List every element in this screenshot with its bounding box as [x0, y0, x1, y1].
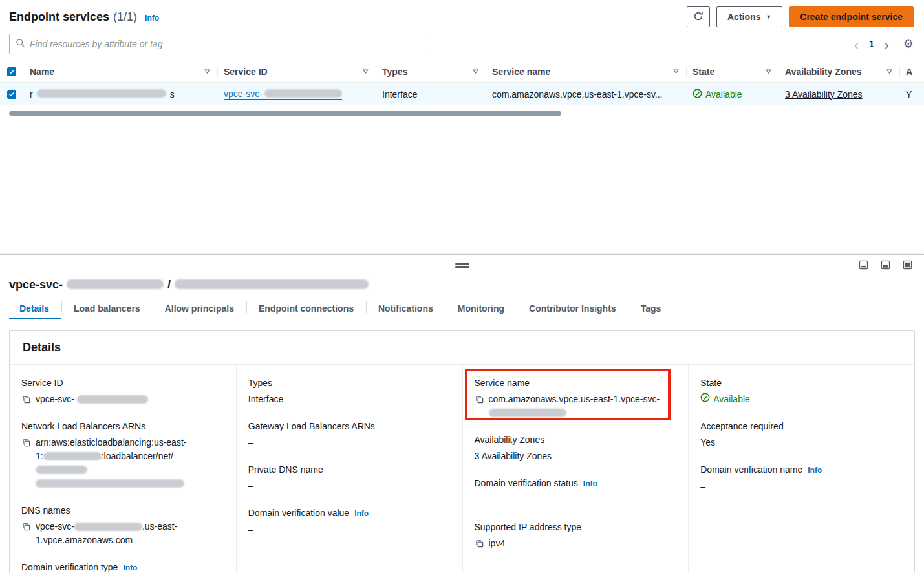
- search-icon: [16, 38, 25, 50]
- cell-service-id: vpce-svc-: [217, 83, 376, 105]
- endpoint-services-list-section: Endpoint services (1/1) Info Actions ▼ C…: [0, 0, 924, 254]
- details-column-4: State Available Acceptance required Yes: [688, 365, 914, 573]
- field-state: State Available: [700, 376, 901, 406]
- horizontal-scrollbar: [9, 111, 915, 116]
- redacted-text: [67, 279, 164, 289]
- field-domain-verification-type: Domain verification typeInfo –: [21, 561, 223, 573]
- split-panel-tabs: Details Load balancers Allow principals …: [0, 298, 924, 319]
- field-supported-ip-type: Supported IP address type ipv4: [475, 521, 676, 550]
- tab-allow-principals[interactable]: Allow principals: [153, 298, 246, 319]
- redacted-text: [74, 523, 142, 531]
- info-link[interactable]: Info: [808, 466, 822, 475]
- copy-icon[interactable]: [21, 438, 31, 448]
- search-input[interactable]: [30, 39, 423, 49]
- field-domain-verification-name: Domain verification nameInfo –: [700, 463, 901, 493]
- tab-endpoint-connections[interactable]: Endpoint connections: [246, 298, 366, 319]
- column-header-truncated[interactable]: A: [899, 61, 924, 82]
- redacted-text: [264, 89, 342, 98]
- status-badge: Available: [700, 393, 901, 406]
- row-checkbox[interactable]: [7, 90, 16, 99]
- field-service-name: Service name com.amazonaws.vpce.us-east-…: [475, 376, 676, 420]
- cell-availability-zones: 3 Availability Zones: [779, 83, 899, 105]
- tab-notifications[interactable]: Notifications: [366, 298, 446, 319]
- status-badge: Available: [693, 89, 742, 100]
- availability-zones-link[interactable]: 3 Availability Zones: [475, 451, 552, 461]
- refresh-button[interactable]: [687, 6, 710, 27]
- refresh-icon: [693, 11, 704, 23]
- chevron-down-icon: ▼: [766, 14, 771, 20]
- field-service-id: Service ID vpce-svc-: [21, 376, 223, 406]
- table-header-row: Name Service ID Types Service name State…: [0, 61, 924, 83]
- actions-button[interactable]: Actions ▼: [716, 6, 782, 27]
- column-header-name[interactable]: Name: [23, 61, 217, 82]
- details-column-1: Service ID vpce-svc- Network Load Balanc…: [10, 365, 236, 573]
- settings-gear-icon[interactable]: ⚙: [903, 37, 914, 51]
- filter-triangle-icon[interactable]: [886, 67, 893, 77]
- field-domain-verification-status: Domain verification statusInfo –: [475, 477, 676, 507]
- info-link[interactable]: Info: [354, 509, 369, 518]
- panel-maximize-icon[interactable]: [903, 260, 912, 270]
- copy-icon[interactable]: [21, 522, 31, 532]
- field-private-dns-name: Private DNS name –: [248, 463, 449, 493]
- details-card: Details Service ID vpce-svc-: [9, 330, 915, 573]
- create-endpoint-service-button[interactable]: Create endpoint service: [789, 6, 914, 27]
- filter-triangle-icon[interactable]: [204, 67, 211, 77]
- tab-contributor-insights[interactable]: Contributor Insights: [517, 298, 629, 319]
- tab-tags[interactable]: Tags: [629, 298, 674, 319]
- redacted-text: [36, 479, 184, 488]
- select-all-cell: [0, 61, 23, 82]
- filter-triangle-icon[interactable]: [362, 67, 369, 77]
- cell-name: r s: [23, 83, 217, 105]
- details-heading: Details: [23, 341, 901, 354]
- copy-icon[interactable]: [475, 395, 484, 404]
- details-column-3: Service name com.amazonaws.vpce.us-east-…: [462, 365, 689, 573]
- search-box: [9, 34, 429, 54]
- column-header-state[interactable]: State: [686, 61, 779, 82]
- details-card-header: Details: [10, 331, 914, 365]
- pagination-next-icon[interactable]: ›: [885, 38, 889, 51]
- cell-types: Interface: [376, 83, 486, 105]
- copy-icon[interactable]: [475, 539, 484, 548]
- redacted-text: [43, 452, 102, 460]
- column-header-types[interactable]: Types: [376, 61, 486, 82]
- field-types: Types Interface: [248, 376, 449, 406]
- cell-truncated: Y: [899, 83, 924, 105]
- filter-triangle-icon[interactable]: [765, 67, 772, 77]
- horizontal-scrollbar-thumb[interactable]: [9, 111, 561, 116]
- field-domain-verification-value: Domain verification valueInfo –: [248, 506, 449, 537]
- details-column-2: Types Interface Gateway Load Balancers A…: [236, 365, 462, 573]
- field-dns-names: DNS names vpce-svc-.us-east- 1.vpce.amaz…: [21, 504, 223, 547]
- table-controls-row: ‹ 1 › ⚙: [0, 32, 924, 61]
- tab-details[interactable]: Details: [9, 298, 61, 319]
- field-availability-zones: Availability Zones 3 Availability Zones: [475, 433, 676, 463]
- column-header-availability-zones[interactable]: Availability Zones: [779, 61, 899, 82]
- copy-icon[interactable]: [21, 395, 31, 404]
- panel-position-bottom-icon[interactable]: [859, 260, 868, 270]
- column-header-service-name[interactable]: Service name: [486, 61, 686, 82]
- pagination-current-page[interactable]: 1: [869, 39, 874, 49]
- redacted-text: [36, 466, 87, 474]
- service-id-link[interactable]: vpce-svc-: [224, 89, 342, 100]
- split-panel-drag-handle[interactable]: [455, 263, 469, 270]
- row-select-cell: [0, 83, 23, 105]
- filter-triangle-icon[interactable]: [472, 67, 479, 77]
- cell-service-name: com.amazonaws.vpce.us-east-1.vpce-sv...: [486, 83, 686, 105]
- info-link[interactable]: Info: [123, 563, 137, 572]
- column-header-service-id[interactable]: Service ID: [217, 61, 376, 82]
- pagination-prev-icon[interactable]: ‹: [854, 38, 859, 51]
- select-all-checkbox[interactable]: [7, 67, 16, 76]
- info-link[interactable]: Info: [583, 479, 597, 488]
- split-panel-title: vpce-svc- /: [0, 277, 924, 298]
- redacted-text: [77, 395, 148, 404]
- field-glb-arns: Gateway Load Balancers ARNs –: [248, 420, 449, 449]
- info-link[interactable]: Info: [145, 14, 159, 23]
- availability-zones-link[interactable]: 3 Availability Zones: [785, 89, 863, 100]
- filter-triangle-icon[interactable]: [672, 67, 680, 77]
- tab-load-balancers[interactable]: Load balancers: [61, 298, 153, 319]
- field-nlb-arns: Network Load Balancers ARNs arn:aws:elas…: [21, 420, 223, 490]
- tab-monitoring[interactable]: Monitoring: [446, 298, 517, 319]
- panel-position-split-icon[interactable]: [881, 260, 890, 270]
- field-acceptance-required: Acceptance required Yes: [700, 420, 901, 449]
- check-circle-icon: [693, 89, 702, 100]
- table-row[interactable]: r s vpce-svc- Interface com.amazonaws.vp…: [0, 83, 924, 105]
